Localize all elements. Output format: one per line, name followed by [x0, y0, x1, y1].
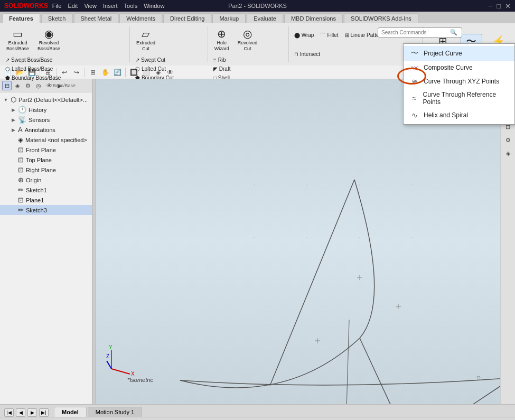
extruded-boss-button[interactable]: ▭ ExtrudedBoss/Base: [3, 26, 32, 54]
menu-helix-spiral[interactable]: ∿ Helix and Spiral: [404, 108, 514, 122]
menu-composite-curve[interactable]: 〰 Composite Curve: [404, 61, 514, 74]
command-search[interactable]: 🔍: [378, 27, 462, 38]
sensors-expand-icon: ▶: [11, 117, 16, 123]
tree-sensors[interactable]: ▶ 📡 Sensors: [0, 115, 92, 125]
tab-features[interactable]: Features: [2, 13, 40, 23]
next-button[interactable]: ▶: [27, 408, 37, 417]
close-button[interactable]: ✕: [505, 2, 511, 10]
tree-root-part[interactable]: ▼ ⬡ Part2 (Default<<Default>...: [0, 95, 92, 105]
extruded-cut-label: ExtrudedCut: [136, 40, 155, 52]
tab-direct-editing[interactable]: Direct Editing: [163, 13, 211, 23]
tab-solidworks-addins[interactable]: SOLIDWORKS Add-Ins: [344, 13, 418, 23]
command-search-input[interactable]: [381, 30, 450, 35]
view-label: *Isometric: [127, 377, 153, 383]
boundary-boss-button[interactable]: ⬟ Boundary Boss/Base: [3, 74, 63, 82]
plane1-label: Plane1: [26, 197, 44, 203]
menu-curve-reference[interactable]: ≈ Curve Through Reference Points: [404, 88, 514, 108]
tree-right-plane[interactable]: ⊡ Right Plane: [0, 165, 92, 175]
origin-expand-icon: [11, 178, 16, 183]
menu-view[interactable]: View: [84, 3, 97, 9]
extruded-cut-button[interactable]: ▱ ExtrudedCut: [133, 26, 158, 54]
swept-cut-button[interactable]: ↗ Swept Cut: [133, 56, 176, 64]
sensors-icon: 📡: [18, 116, 26, 124]
tree-top-plane[interactable]: ⊡ Top Plane: [0, 155, 92, 165]
revolved-boss-button[interactable]: ◉ RevolvedBoss/Base: [34, 26, 63, 54]
tree-front-plane[interactable]: ⊡ Front Plane: [0, 145, 92, 155]
svg-point-8: [412, 237, 413, 238]
appearance-button[interactable]: ◈: [502, 147, 514, 159]
plane1-icon: ⊡: [18, 196, 24, 204]
tree-items-list: ▼ ⬡ Part2 (Default<<Default>... ▶ 🕐 Hist…: [0, 92, 92, 404]
curve-xyz-icon: ≋: [410, 77, 419, 86]
tree-origin[interactable]: ⊕ Origin: [0, 175, 92, 185]
menu-file[interactable]: File: [52, 3, 62, 9]
hole-wizard-button[interactable]: ⊕ HoleWizard: [211, 26, 232, 54]
helix-spiral-label: Helix and Spiral: [424, 111, 468, 119]
svg-point-6: [306, 237, 307, 238]
tab-sketch[interactable]: Sketch: [41, 13, 73, 23]
menu-window[interactable]: Window: [144, 3, 164, 9]
tree-sketch1[interactable]: ✏ Sketch1: [0, 185, 92, 195]
solidworks-logo: SOLIDWORKS: [4, 2, 48, 10]
menu-insert[interactable]: Insert: [103, 3, 118, 9]
lofted-cut-button[interactable]: ⬡ Lofted Cut: [133, 65, 176, 73]
curve-reference-icon: ≈: [410, 94, 419, 102]
tree-sketch3[interactable]: ✏ Sketch3: [0, 205, 92, 215]
fillet-label: Fillet: [327, 32, 338, 38]
material-expand-icon: [11, 137, 16, 143]
tab-markup[interactable]: Markup: [212, 13, 246, 23]
tree-plane1[interactable]: ⊡ Plane1: [0, 195, 92, 205]
menu-project-curve[interactable]: 〜 Project Curve: [404, 46, 514, 61]
tab-evaluate[interactable]: Evaluate: [247, 13, 283, 23]
svg-text:X: X: [131, 371, 135, 377]
svg-point-5: [254, 237, 255, 238]
swept-cut-icon: ↗: [135, 57, 139, 63]
tab-model[interactable]: Model: [54, 407, 87, 417]
menu-curve-xyz[interactable]: ≋ Curve Through XYZ Points: [404, 74, 514, 88]
top-plane-icon: ⊡: [18, 156, 24, 164]
composite-curve-label: Composite Curve: [424, 64, 473, 71]
window-controls: − □ ✕: [489, 2, 511, 10]
draft-button[interactable]: ◤ Draft: [211, 65, 233, 73]
fillet-icon: ⌒: [320, 32, 325, 39]
viewport[interactable]: X Y Z *Isometric: [96, 79, 500, 404]
ribbon-tabs: Features Sketch Sheet Metal Weldments Di…: [0, 12, 515, 23]
lofted-boss-button[interactable]: ⬡ Lofted Boss/Base: [3, 65, 63, 73]
revolved-cut-button[interactable]: ◎ RevolvedCut: [235, 26, 261, 54]
hole-wizard-icon: ⊕: [217, 29, 226, 39]
intersect-label: Intersect: [300, 51, 320, 57]
right-plane-icon: ⊡: [18, 166, 24, 174]
sketch1-label: Sketch1: [26, 187, 47, 193]
menu-tools[interactable]: Tools: [124, 3, 138, 9]
tree-material[interactable]: ◈ Material <not specified>: [0, 135, 92, 145]
hole-wizard-label: HoleWizard: [214, 40, 229, 52]
plane1-expand-icon: [11, 198, 16, 203]
next-page-button[interactable]: ▶|: [39, 408, 49, 417]
tab-weldments[interactable]: Weldments: [119, 13, 162, 23]
svg-point-2: [306, 184, 307, 185]
ribbon-buttons-features: ⊕ HoleWizard ◎ RevolvedCut ≡ Rib ◤ Draft…: [211, 26, 284, 82]
fillet-button[interactable]: ⌒ Fillet: [318, 26, 340, 44]
prev-button[interactable]: ◀: [16, 408, 25, 417]
extruded-cut-icon: ▱: [142, 29, 149, 39]
intersect-button[interactable]: ⊓ Intersect: [292, 46, 322, 63]
annotations-icon: A: [18, 126, 23, 134]
minimize-button[interactable]: −: [489, 2, 493, 10]
rib-button[interactable]: ≡ Rib: [211, 56, 233, 64]
draft-icon: ◤: [213, 66, 218, 72]
prev-page-button[interactable]: |◀: [4, 408, 14, 417]
tab-sheet-metal[interactable]: Sheet Metal: [74, 13, 119, 23]
menu-edit[interactable]: Edit: [68, 3, 78, 9]
extruded-boss-label: ExtrudedBoss/Base: [6, 40, 29, 52]
wrap-button[interactable]: ⬤ Wrap: [292, 26, 316, 44]
svg-rect-0: [96, 79, 500, 404]
sketch1-icon: ✏: [18, 186, 24, 194]
swept-boss-button[interactable]: ↗ Swept Boss/Base: [3, 56, 63, 64]
view-settings-button[interactable]: ⚙: [502, 134, 514, 146]
tree-history[interactable]: ▶ 🕐 History: [0, 105, 92, 115]
tree-annotations[interactable]: ▶ A Annotations: [0, 125, 92, 135]
tab-motion-study-1[interactable]: Motion Study 1: [88, 407, 142, 417]
tab-mbd-dimensions[interactable]: MBD Dimensions: [284, 13, 343, 23]
wrap-label: Wrap: [302, 32, 314, 38]
maximize-button[interactable]: □: [497, 2, 501, 10]
